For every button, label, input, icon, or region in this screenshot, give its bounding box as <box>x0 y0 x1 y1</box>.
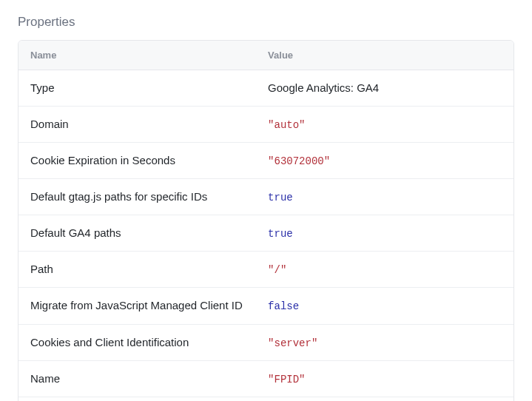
property-value: "server" <box>256 325 514 360</box>
property-name: Cookies and Client Identification <box>18 325 256 360</box>
string-literal: "server" <box>268 337 317 349</box>
properties-table: Name Value TypeGoogle Analytics: GA4Doma… <box>18 40 514 401</box>
table-row: TypeGoogle Analytics: GA4 <box>18 70 514 107</box>
string-literal: "FPID" <box>268 374 305 385</box>
table-body: TypeGoogle Analytics: GA4Domain"auto"Coo… <box>18 70 514 401</box>
property-name: Domain <box>18 107 256 142</box>
table-row: Path"/" <box>18 252 514 288</box>
property-name: Default GA4 paths <box>18 215 256 251</box>
table-row: Domain"auto" <box>18 107 514 143</box>
property-value: true <box>256 215 514 251</box>
property-name: Default gtag.js paths for specific IDs <box>18 179 256 215</box>
property-value: false <box>256 288 514 323</box>
property-value: [{measurementId: "G-E3XTHYD613"}] <box>256 397 514 401</box>
string-literal: "63072000" <box>268 155 330 167</box>
string-literal: "auto" <box>268 119 305 131</box>
property-value: "63072000" <box>256 143 514 178</box>
keyword-literal: false <box>268 300 299 312</box>
property-name: Cookie Expiration in Seconds <box>18 143 256 178</box>
property-value: "auto" <box>256 107 514 142</box>
property-name: Measurement IDs <box>18 397 256 401</box>
property-name: Migrate from JavaScript Managed Client I… <box>18 288 256 323</box>
property-name: Type <box>18 70 256 106</box>
column-header-name: Name <box>18 41 256 70</box>
property-value: "FPID" <box>256 361 514 397</box>
keyword-literal: true <box>268 228 293 240</box>
panel-title: Properties <box>18 15 514 30</box>
table-row: Cookie Expiration in Seconds"63072000" <box>18 143 514 179</box>
table-header: Name Value <box>18 41 514 70</box>
keyword-literal: true <box>268 192 293 203</box>
property-name: Name <box>18 361 256 397</box>
property-value: true <box>256 179 514 215</box>
table-row: Default GA4 pathstrue <box>18 215 514 252</box>
table-row: Migrate from JavaScript Managed Client I… <box>18 288 514 324</box>
string-literal: "/" <box>268 264 286 276</box>
table-row: Cookies and Client Identification"server… <box>18 325 514 361</box>
table-row: Name"FPID" <box>18 361 514 397</box>
column-header-value: Value <box>256 41 514 70</box>
table-row: Measurement IDs[{measurementId: "G-E3XTH… <box>18 397 514 401</box>
property-value: "/" <box>256 252 514 287</box>
property-name: Path <box>18 252 256 287</box>
property-value: Google Analytics: GA4 <box>256 70 514 106</box>
table-row: Default gtag.js paths for specific IDstr… <box>18 179 514 215</box>
